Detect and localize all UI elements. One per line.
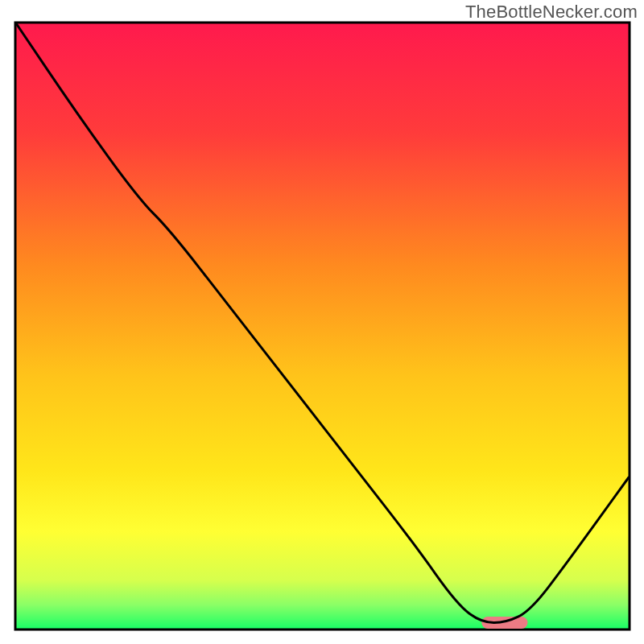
plot-area (15, 23, 630, 630)
chart-svg (0, 0, 644, 644)
gradient-background (16, 23, 629, 629)
watermark: TheBottleNecker.com (465, 2, 638, 23)
bottleneck-chart: TheBottleNecker.com (0, 0, 644, 644)
